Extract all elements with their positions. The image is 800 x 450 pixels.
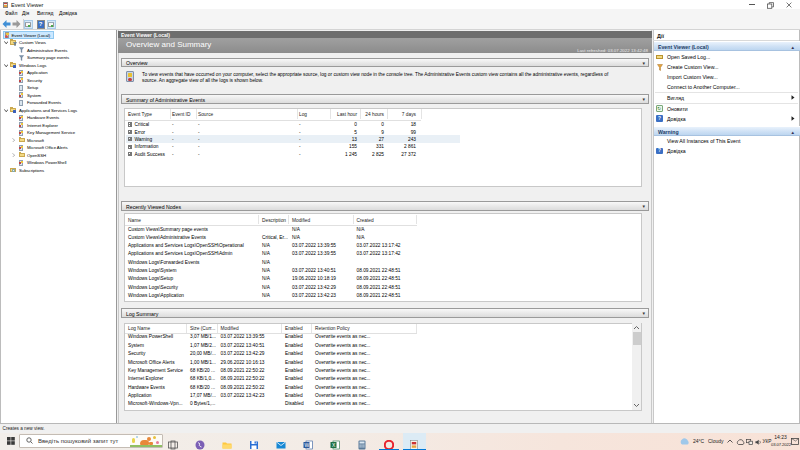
svg-text:W: W: [305, 442, 310, 448]
